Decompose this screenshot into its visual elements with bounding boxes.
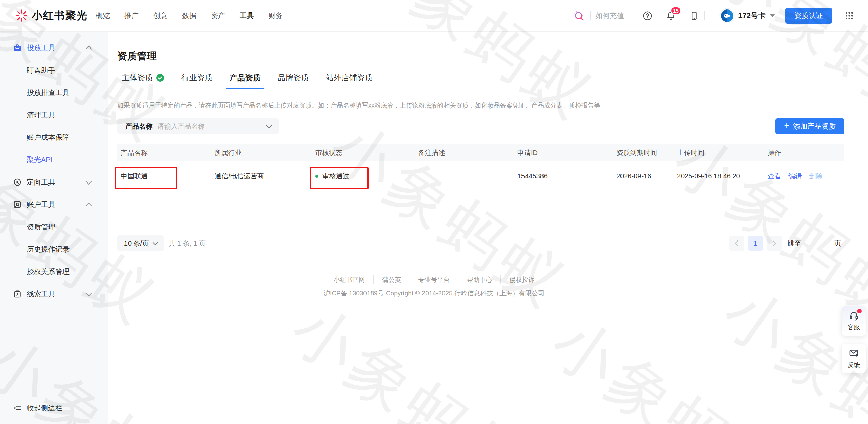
sidebar-item-delivery-check-tool[interactable]: 投放排查工具 [0, 81, 108, 104]
sidebar-item-label: 盯盘助手 [27, 65, 55, 75]
collapse-arrow-icon [13, 404, 22, 412]
prev-page-button[interactable] [729, 236, 744, 251]
tab-label: 品牌资质 [278, 73, 309, 83]
briefcase-icon [13, 43, 22, 52]
page-title: 资质管理 [117, 50, 844, 62]
verified-check-icon [156, 74, 164, 82]
account-menu[interactable]: 172号卡 [719, 8, 775, 23]
qualification-cert-button[interactable]: 资质认证 [785, 8, 832, 24]
chevron-down-icon [153, 239, 158, 245]
page-size-select[interactable]: 10 条/页 [117, 235, 164, 251]
customer-service-label: 客服 [848, 323, 860, 331]
collapse-sidebar-button[interactable]: 收起侧边栏 [0, 399, 75, 417]
column-header-apply-id: 申请ID [517, 148, 616, 157]
watermark-text: 小象蚂蚁 [535, 300, 805, 424]
notification-dot [857, 309, 862, 313]
pagination-controls: 1 跳至 页 [729, 235, 844, 251]
search-placeholder-text: 如何充值 [595, 11, 629, 20]
chevron-down-icon [85, 178, 92, 184]
pagination-bar: 10 条/页 共 1 条, 1 页 1 跳至 页 [117, 235, 844, 251]
cell-expire-date: 2026-09-16 [616, 172, 677, 180]
sidebar-item-label: 历史操作记录 [27, 245, 70, 254]
tab-label: 主体资质 [122, 73, 153, 83]
watermark-text: 小象蚂蚁 [275, 287, 544, 424]
chevron-up-icon [85, 46, 92, 52]
footer-link-official-site[interactable]: 小红书官网 [325, 275, 374, 284]
mobile-device-icon[interactable] [689, 11, 699, 21]
nav-item-data[interactable]: 数据 [182, 11, 196, 20]
filter-placeholder: 请输入产品名称 [157, 122, 267, 131]
sidebar-group-targeting-tools[interactable]: 定向工具 [0, 171, 108, 193]
sidebar-item-juguang-api[interactable]: 聚光API [0, 149, 108, 171]
add-button-label: 添加产品资质 [793, 121, 836, 131]
sidebar-group-account-tools[interactable]: 账户工具 [0, 193, 108, 216]
tab-label: 产品资质 [230, 73, 261, 83]
column-header-upload-time: 上传时间 [677, 148, 768, 157]
table-row: 中国联通 通信/电信运营商 审核通过 15445386 2026-09-16 2… [117, 161, 844, 191]
sidebar-group-label: 投放工具 [27, 43, 55, 53]
customer-service-button[interactable]: 客服 [842, 306, 866, 336]
column-header-actions: 操作 [768, 148, 844, 157]
sidebar-item-monitor-assistant[interactable]: 盯盘助手 [0, 59, 108, 81]
tab-product-qualification[interactable]: 产品资质 [230, 73, 261, 89]
tabs-bar: 主体资质 行业资质 产品资质 品牌资质 站外店铺资质 [117, 73, 844, 89]
nav-item-promotion[interactable]: 推广 [124, 11, 139, 20]
column-header-expire-date: 资质到期时间 [616, 148, 677, 157]
logo-burst-icon [15, 8, 29, 23]
edit-link[interactable]: 编辑 [788, 172, 802, 181]
view-link[interactable]: 查看 [768, 172, 781, 181]
nav-item-assets[interactable]: 资产 [211, 11, 225, 20]
delete-link[interactable]: 删除 [809, 172, 823, 181]
page-size-value: 10 条/页 [124, 239, 149, 248]
footer-link-pugongying[interactable]: 蒲公英 [374, 275, 410, 284]
product-name-filter[interactable]: 产品名称 请输入产品名称 [117, 118, 279, 134]
tab-subject-qualification[interactable]: 主体资质 [122, 73, 164, 89]
nav-item-tools[interactable]: 工具 [240, 11, 254, 20]
tab-brand-qualification[interactable]: 品牌资质 [278, 73, 309, 89]
feedback-button[interactable]: 反馈 [842, 344, 866, 373]
topbar-search[interactable]: 如何充值 [573, 9, 629, 22]
sidebar-item-label: 投放排查工具 [27, 88, 70, 97]
sidebar-item-cleanup-tool[interactable]: 清理工具 [0, 104, 108, 126]
jump-to-label: 跳至 [788, 239, 801, 248]
search-icon [573, 9, 586, 22]
footer-link-infringement-report[interactable]: 侵权投诉 [501, 275, 543, 284]
next-page-button[interactable] [767, 236, 782, 251]
filter-row: 产品名称 请输入产品名称 + 添加产品资质 [117, 118, 844, 134]
sidebar-group-label: 定向工具 [27, 177, 55, 187]
footer-link-professional-platform[interactable]: 专业号平台 [410, 275, 459, 284]
cell-apply-id: 15445386 [517, 172, 616, 180]
column-header-product-name: 产品名称 [121, 148, 215, 157]
id-card-icon [13, 200, 22, 209]
chevron-up-icon [85, 203, 92, 209]
sidebar-group-delivery-tools[interactable]: 投放工具 [0, 37, 108, 59]
sidebar-group-label: 账户工具 [27, 200, 55, 209]
cell-actions: 查看 编辑 删除 [768, 172, 844, 181]
divider [704, 11, 705, 20]
help-icon[interactable] [642, 11, 653, 21]
nav-item-creative[interactable]: 创意 [153, 11, 167, 20]
add-product-qualification-button[interactable]: + 添加产品资质 [775, 118, 844, 134]
apps-grid-icon[interactable] [844, 11, 854, 21]
sidebar-item-qualification-management[interactable]: 资质管理 [0, 216, 108, 238]
tab-industry-qualification[interactable]: 行业资质 [181, 73, 213, 89]
notifications-bell-icon[interactable]: 15 [666, 11, 676, 21]
copyright-text: 沪ICP备 13030189号 Copyright © 2014-2025 行吟… [0, 289, 868, 298]
nav-item-overview[interactable]: 概览 [96, 11, 110, 20]
account-name: 172号卡 [738, 11, 766, 21]
jump-page-input[interactable] [807, 235, 828, 251]
chevron-down-icon [266, 122, 272, 128]
feedback-label: 反馈 [848, 361, 860, 369]
nav-item-finance[interactable]: 财务 [269, 11, 283, 20]
footer-link-help-center[interactable]: 帮助中心 [458, 275, 501, 284]
topbar-right: 如何充值 15 [573, 8, 854, 24]
main-content: 资质管理 主体资质 行业资质 产品资质 品牌资质 站外店铺资质 如果资质适用于特… [117, 32, 844, 251]
sidebar-item-account-cost-protection[interactable]: 账户成本保障 [0, 126, 108, 149]
sidebar-item-label: 清理工具 [27, 110, 55, 120]
app-logo[interactable]: 小红书聚光 [15, 8, 88, 23]
current-page-button[interactable]: 1 [748, 236, 763, 251]
tab-offsite-store-qualification[interactable]: 站外店铺资质 [326, 73, 373, 89]
sidebar-item-history-operation-log[interactable]: 历史操作记录 [0, 238, 108, 261]
page-unit-label: 页 [834, 239, 841, 248]
pagination-summary: 共 1 条, 1 页 [169, 239, 206, 248]
